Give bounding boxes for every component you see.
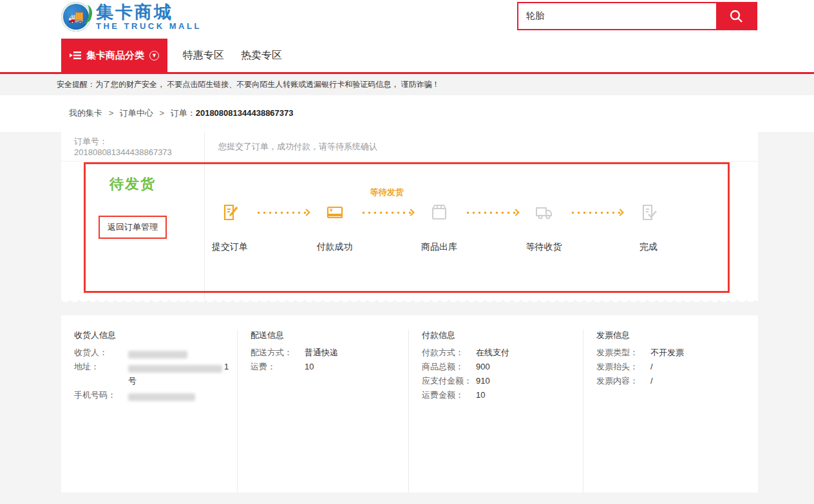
step-label: 付款成功 <box>317 241 353 253</box>
receiver-phone-row: 手机号码： <box>74 388 237 402</box>
section-title: 配送信息 <box>251 330 408 341</box>
category-menu-button[interactable]: 集卡商品分类 ▼ <box>61 39 167 72</box>
search-button[interactable] <box>716 3 756 29</box>
freight-amount-value: 10 <box>476 388 485 402</box>
goods-total-value: 900 <box>476 360 490 374</box>
search-input[interactable] <box>518 3 716 29</box>
receiver-name-row: 收货人： <box>74 346 237 360</box>
order-status-text: 待发货 <box>61 174 204 194</box>
step-complete: 完成 <box>629 203 668 253</box>
tab-hot-sale[interactable]: 热卖专区 <box>241 49 282 62</box>
receiver-info-section: 收货人信息 收货人： 地址： 1 号 手机号码： <box>61 330 237 492</box>
field-label: 商品总额： <box>422 360 476 374</box>
document-pen-icon <box>221 203 239 221</box>
progress-arrow: 等待发货 <box>361 203 414 221</box>
tab-special-offers[interactable]: 特惠专区 <box>183 49 224 62</box>
chevron-down-circle-icon: ▼ <box>149 51 159 61</box>
progress-arrow <box>256 203 309 221</box>
field-label: 应支付金额： <box>422 374 476 388</box>
breadcrumb: 我的集卡 > 订单中心 > 订单：201808081344438867373 <box>69 107 294 119</box>
logo-title: 集卡商城 <box>96 3 202 21</box>
order-status-header: 订单号： 201808081344438867373 您提交了订单，成功付款，请… <box>61 132 758 162</box>
address-line2: 号 <box>128 376 137 386</box>
logo-subtitle: THE TRUCK MALL <box>96 21 202 31</box>
payment-card-icon: ¥ <box>326 203 344 221</box>
step-label: 提交订单 <box>212 241 248 253</box>
field-label: 运费： <box>251 360 305 374</box>
card-scalloped-edge <box>61 299 758 305</box>
receiver-address-row: 地址： 1 号 <box>74 360 237 388</box>
invoice-content-value: / <box>650 374 653 388</box>
field-label: 地址： <box>74 360 128 388</box>
breadcrumb-order-center[interactable]: 订单中心 <box>120 108 153 118</box>
content-area: 订单号： 201808081344438867373 您提交了订单，成功付款，请… <box>0 132 814 504</box>
category-menu-label: 集卡商品分类 <box>86 50 144 62</box>
order-status-card: 订单号： 201808081344438867373 您提交了订单，成功付款，请… <box>61 132 758 299</box>
delivery-truck-icon <box>535 203 553 221</box>
shipping-info-section: 配送信息 配送方式：普通快递 运费：10 <box>237 330 408 492</box>
step-label: 等待收货 <box>526 241 562 253</box>
svg-text:¥: ¥ <box>330 207 333 213</box>
step-label: 完成 <box>639 241 658 253</box>
category-list-icon <box>70 51 81 60</box>
main-nav: 集卡商品分类 ▼ 特惠专区 热卖专区 <box>0 39 814 74</box>
breadcrumb-order-label: 订单： <box>171 108 196 118</box>
field-label: 手机号码： <box>74 388 128 402</box>
field-label: 配送方式： <box>251 346 305 360</box>
field-label: 发票类型： <box>596 346 650 360</box>
invoice-info-section: 发票信息 发票类型：不开发票 发票抬头：/ 发票内容：/ <box>583 330 758 492</box>
waiting-shipment-label: 等待发货 <box>361 187 414 198</box>
order-number-value: 201808081344438867373 <box>74 147 172 157</box>
breadcrumb-order-number: 201808081344438867373 <box>196 108 294 118</box>
page: 🚚 集卡商城 THE TRUCK MALL 集卡商品分类 <box>0 0 814 504</box>
site-logo[interactable]: 🚚 集卡商城 THE TRUCK MALL <box>61 2 202 32</box>
payment-method-value: 在线支付 <box>476 346 509 360</box>
step-label: 商品出库 <box>421 241 457 253</box>
security-notice: 安全提醒：为了您的财产安全， 不要点击陌生链接、不要向陌生人转账或透漏银行卡和验… <box>0 74 814 95</box>
breadcrumb-separator: > <box>109 108 114 118</box>
step-goods-outbound: 商品出库 <box>420 203 459 253</box>
order-number: 订单号： 201808081344438867373 <box>61 136 204 157</box>
field-label: 运费金额： <box>422 388 476 402</box>
section-title: 发票信息 <box>596 330 758 341</box>
step-awaiting-receipt: 等待收货 <box>525 203 563 253</box>
step-payment-success: ¥ 付款成功 <box>316 203 354 253</box>
section-title: 收货人信息 <box>74 330 237 341</box>
redacted-phone <box>128 393 195 401</box>
package-box-icon <box>430 203 448 221</box>
document-check-icon <box>639 203 658 221</box>
truck-logo-icon: 🚚 <box>61 2 91 32</box>
payment-info-section: 付款信息 付款方式：在线支付 商品总额：900 应支付金额：910 运费金额：1… <box>408 330 583 492</box>
field-label: 发票抬头： <box>596 360 650 374</box>
address-visible-tail: 1 <box>224 362 229 371</box>
field-label: 收货人： <box>74 346 128 360</box>
redacted-name <box>128 351 187 359</box>
nav-tabs: 特惠专区 热卖专区 <box>183 39 282 72</box>
progress-arrow <box>570 203 623 221</box>
order-info-card: 收货人信息 收货人： 地址： 1 号 手机号码： <box>61 315 758 492</box>
order-status-message: 您提交了订单，成功付款，请等待系统确认 <box>204 141 758 153</box>
search-bar <box>517 2 757 30</box>
field-label: 付款方式： <box>422 346 476 360</box>
redacted-address <box>128 365 222 373</box>
breadcrumb-separator: > <box>159 108 164 118</box>
field-label: 发票内容： <box>596 374 650 388</box>
section-title: 付款信息 <box>422 330 583 341</box>
invoice-header-value: / <box>650 360 653 374</box>
order-number-label: 订单号： <box>74 136 108 146</box>
step-submit-order: 提交订单 <box>211 203 249 253</box>
invoice-type-value: 不开发票 <box>650 346 684 360</box>
payable-amount-value: 910 <box>476 374 490 388</box>
back-to-orders-button[interactable]: 返回订单管理 <box>99 216 167 239</box>
top-header: 🚚 集卡商城 THE TRUCK MALL <box>0 0 814 39</box>
search-icon <box>728 8 744 24</box>
shipping-method-value: 普通快递 <box>305 346 338 360</box>
shipping-fee-value: 10 <box>305 360 314 374</box>
breadcrumb-my-account[interactable]: 我的集卡 <box>69 108 102 118</box>
order-progress-steps: 提交订单 ¥ 付款成功 等待发货 商品出库 <box>211 203 668 253</box>
progress-arrow <box>465 203 518 221</box>
